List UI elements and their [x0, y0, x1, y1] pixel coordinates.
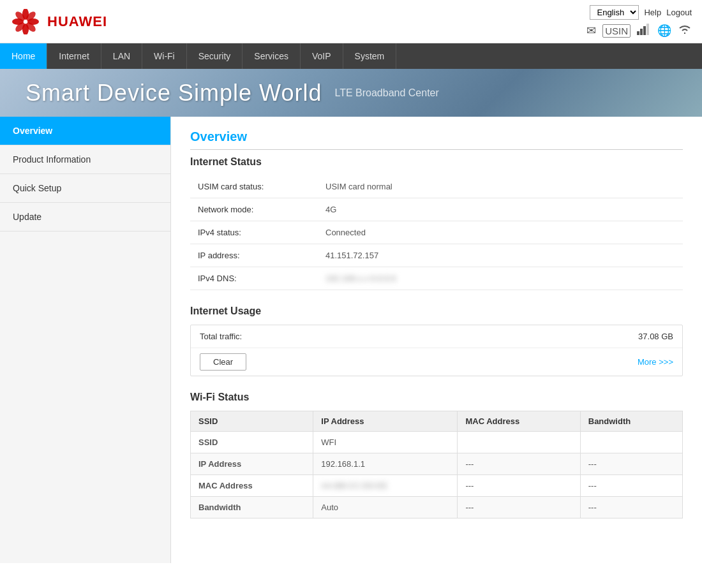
wifi-status-table: SSID IP Address MAC Address Bandwidth SS…: [190, 411, 683, 518]
internet-usage-title: Internet Usage: [190, 305, 683, 317]
table-row: IPv4 status: Connected: [190, 221, 683, 244]
wifi-bw-label: Bandwidth: [191, 497, 313, 518]
nav-voip[interactable]: VoIP: [301, 43, 343, 69]
table-row: IP address: 41.151.72.157: [190, 244, 683, 267]
wifi-bw-col3: ---: [458, 497, 580, 518]
header-top-row: English 中文 Help Logout: [590, 5, 692, 20]
banner: Smart Device Simple World LTE Broadband …: [0, 69, 702, 117]
wifi-mac-col4: ---: [580, 475, 682, 497]
wifi-col-mac: MAC Address: [458, 411, 580, 432]
content-area: Overview Internet Status USIM card statu…: [171, 117, 702, 563]
internet-status-table: USIM card status: USIM card normal Netwo…: [190, 175, 683, 290]
mail-icon[interactable]: ✉: [586, 24, 596, 38]
globe-icon: 🌐: [657, 24, 671, 38]
wifi-ssid-value: WFI: [313, 432, 458, 453]
internet-usage-section: Internet Usage Total traffic: 37.08 GB C…: [190, 305, 683, 376]
network-mode-label: Network mode:: [190, 198, 318, 221]
nav-system[interactable]: System: [343, 43, 397, 69]
nav-lan[interactable]: LAN: [101, 43, 142, 69]
ip-address-value: 41.151.72.157: [318, 244, 683, 267]
ipv4-dns-label: IPv4 DNS:: [190, 267, 318, 290]
wifi-col-ssid: SSID: [191, 411, 313, 432]
wifi-ip-label: IP Address: [191, 453, 313, 475]
ipv4-dns-value: 192.168.x.x 8.8.8.8: [318, 267, 683, 290]
header: HUAWEI English 中文 Help Logout ✉ USIN: [0, 0, 702, 43]
wifi-bw-row: Bandwidth Auto --- ---: [191, 497, 683, 518]
internet-status-section: Internet Status USIM card status: USIM c…: [190, 156, 683, 290]
wifi-col-ip: IP Address: [313, 411, 458, 432]
svg-rect-9: [640, 29, 643, 35]
wifi-ssid-col3: [458, 432, 580, 453]
wifi-mac-row: MAC Address AA:BB:CC:DD:EE --- ---: [191, 475, 683, 497]
svg-rect-10: [643, 26, 646, 35]
sidebar-item-product-information[interactable]: Product Information: [0, 145, 170, 174]
wifi-bw-value: Auto: [313, 497, 458, 518]
total-traffic-label: Total traffic:: [200, 332, 242, 341]
wifi-ip-row: IP Address 192.168.1.1 --- ---: [191, 453, 683, 475]
wifi-status-title: Wi-Fi Status: [190, 392, 683, 403]
huawei-logo-icon: [10, 9, 41, 34]
usim-icon[interactable]: USIN: [602, 24, 631, 38]
table-row: IPv4 DNS: 192.168.x.x 8.8.8.8: [190, 267, 683, 290]
wifi-mac-label: MAC Address: [191, 475, 313, 497]
nav-home[interactable]: Home: [0, 43, 47, 69]
signal-icon: [637, 24, 651, 38]
wifi-ip-value: 192.168.1.1: [313, 453, 458, 475]
ipv4-status-label: IPv4 status:: [190, 221, 318, 244]
sidebar-item-quick-setup[interactable]: Quick Setup: [0, 174, 170, 203]
total-traffic-value: 37.08 GB: [638, 332, 673, 341]
wifi-mac-value: AA:BB:CC:DD:EE: [313, 475, 458, 497]
wifi-ip-col4: ---: [580, 453, 682, 475]
wifi-ssid-label: SSID: [191, 432, 313, 453]
banner-sub-text: LTE Broadband Center: [334, 87, 438, 99]
usage-box: Total traffic: 37.08 GB Clear More >>>: [190, 325, 683, 376]
logo-area: HUAWEI: [10, 9, 107, 34]
dns-blurred-value: 192.168.x.x 8.8.8.8: [325, 274, 396, 283]
sidebar: Overview Product Information Quick Setup…: [0, 117, 171, 563]
header-icons: ✉ USIN 🌐: [586, 24, 692, 38]
wifi-ssid-row: SSID WFI: [191, 432, 683, 453]
svg-rect-8: [637, 31, 639, 35]
usim-status-value: USIM card normal: [318, 175, 683, 198]
banner-main-text: Smart Device Simple World: [26, 80, 322, 107]
logout-link[interactable]: Logout: [666, 8, 692, 17]
header-right: English 中文 Help Logout ✉ USIN: [586, 5, 692, 38]
mac-blurred: AA:BB:CC:DD:EE: [321, 481, 387, 490]
nav-services[interactable]: Services: [243, 43, 301, 69]
svg-rect-11: [646, 24, 649, 35]
wifi-bw-col4: ---: [580, 497, 682, 518]
clear-button[interactable]: Clear: [200, 353, 246, 371]
wifi-ssid-col4: [580, 432, 682, 453]
total-traffic-row: Total traffic: 37.08 GB: [191, 325, 682, 348]
usim-status-label: USIM card status:: [190, 175, 318, 198]
ip-address-label: IP address:: [190, 244, 318, 267]
more-link[interactable]: More >>>: [638, 357, 673, 367]
main-layout: Overview Product Information Quick Setup…: [0, 117, 702, 563]
network-mode-value: 4G: [318, 198, 683, 221]
sidebar-item-update[interactable]: Update: [0, 203, 170, 232]
internet-status-title: Internet Status: [190, 156, 683, 168]
wifi-status-section: Wi-Fi Status SSID IP Address MAC Address…: [190, 392, 683, 518]
nav-wifi[interactable]: Wi-Fi: [142, 43, 187, 69]
wifi-mac-col3: ---: [458, 475, 580, 497]
table-row: Network mode: 4G: [190, 198, 683, 221]
language-dropdown[interactable]: English 中文: [590, 5, 639, 20]
table-row: USIM card status: USIM card normal: [190, 175, 683, 198]
ipv4-status-value: Connected: [318, 221, 683, 244]
brand-name: HUAWEI: [47, 13, 107, 30]
wifi-table-header-row: SSID IP Address MAC Address Bandwidth: [191, 411, 683, 432]
wifi-col-band: Bandwidth: [580, 411, 682, 432]
help-link[interactable]: Help: [644, 8, 661, 17]
main-nav: Home Internet LAN Wi-Fi Security Service…: [0, 43, 702, 69]
language-selector[interactable]: English 中文: [590, 5, 639, 20]
usage-actions: Clear More >>>: [191, 348, 682, 376]
nav-internet[interactable]: Internet: [47, 43, 101, 69]
page-title: Overview: [190, 129, 683, 150]
wifi-ip-col3: ---: [458, 453, 580, 475]
nav-security[interactable]: Security: [187, 43, 243, 69]
wifi-icon: [678, 24, 692, 38]
sidebar-item-overview[interactable]: Overview: [0, 117, 170, 145]
